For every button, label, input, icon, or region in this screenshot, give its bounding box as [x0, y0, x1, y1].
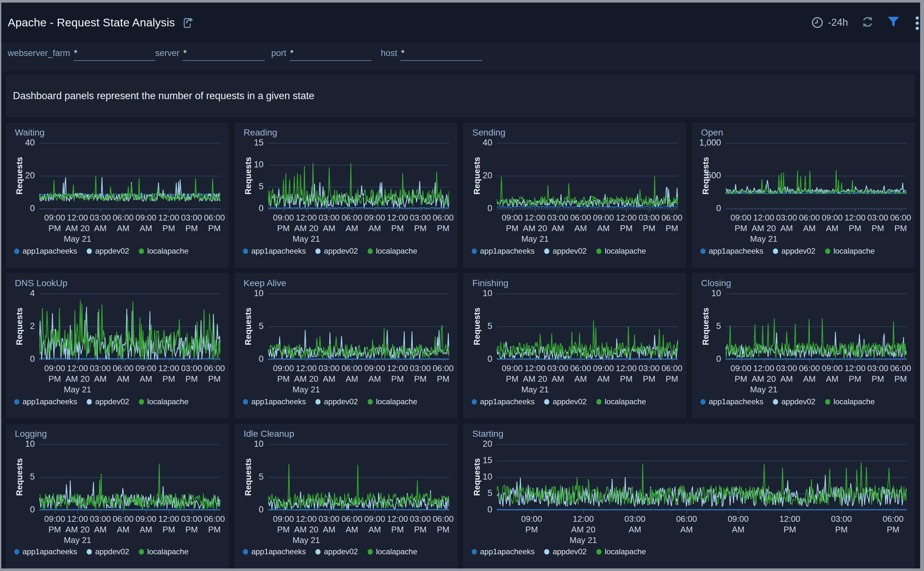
- legend-item-app1apacheeks[interactable]: app1apacheeks: [243, 397, 306, 406]
- legend-item-appdev02[interactable]: appdev02: [316, 547, 358, 556]
- chart-legend: app1apacheeksappdev02localapache: [700, 397, 875, 406]
- legend-item-app1apacheeks[interactable]: app1apacheeks: [243, 247, 306, 256]
- legend-item-appdev02[interactable]: appdev02: [316, 397, 358, 406]
- x-tick-label: 06:00PM: [649, 213, 686, 234]
- legend-item-app1apacheeks[interactable]: app1apacheeks: [243, 547, 306, 556]
- legend-item-appdev02[interactable]: appdev02: [87, 247, 129, 256]
- series-line-appdev02: [39, 307, 220, 359]
- legend-label: app1apacheeks: [480, 397, 534, 406]
- legend-item-app1apacheeks[interactable]: app1apacheeks: [472, 247, 534, 256]
- y-tick-label: 10: [237, 289, 263, 298]
- legend-item-localapache[interactable]: localapache: [139, 547, 189, 556]
- legend-dot: [368, 399, 373, 404]
- y-tick-label: 20: [466, 171, 492, 181]
- header-toolbar: -24h: [811, 15, 899, 30]
- legend-item-app1apacheeks[interactable]: app1apacheeks: [14, 397, 77, 406]
- panel-title: Starting: [472, 429, 503, 439]
- legend-item-app1apacheeks[interactable]: app1apacheeks: [14, 247, 77, 256]
- filter-label: port: [271, 48, 286, 61]
- legend-item-appdev02[interactable]: appdev02: [544, 247, 587, 256]
- x-tick-label: 06:00PM: [421, 514, 458, 535]
- filter-label: webserver_farm: [8, 48, 70, 61]
- legend-label: localapache: [376, 547, 417, 556]
- filter-input[interactable]: *: [289, 48, 371, 61]
- legend-dot: [825, 248, 830, 254]
- chart-plot[interactable]: [268, 292, 449, 361]
- legend-item-appdev02[interactable]: appdev02: [544, 547, 587, 556]
- chart-legend: app1apacheeksappdev02localapache: [472, 397, 646, 406]
- legend-item-appdev02[interactable]: appdev02: [87, 397, 129, 406]
- filter-input[interactable]: *: [183, 48, 265, 61]
- series-line-appdev02: [268, 330, 449, 358]
- legend-dot: [243, 399, 248, 404]
- filter-label: host: [381, 48, 397, 61]
- x-tick-label: 06:00PM: [192, 363, 229, 384]
- legend-item-localapache[interactable]: localapache: [596, 247, 646, 256]
- legend-item-app1apacheeks[interactable]: app1apacheeks: [14, 547, 77, 556]
- panel-title: Closing: [701, 278, 731, 289]
- chart-plot[interactable]: [726, 292, 907, 361]
- chart-plot[interactable]: [39, 292, 220, 361]
- legend-item-localapache[interactable]: localapache: [596, 397, 646, 406]
- y-tick-label: 5: [466, 321, 492, 331]
- y-tick-label: 0: [237, 204, 263, 213]
- legend-dot: [87, 399, 92, 404]
- legend-dot: [472, 549, 477, 555]
- series-line-appdev02: [726, 180, 907, 193]
- legend-label: localapache: [147, 547, 189, 556]
- legend-item-localapache[interactable]: localapache: [139, 247, 189, 256]
- legend-item-localapache[interactable]: localapache: [139, 397, 189, 406]
- legend-item-appdev02[interactable]: appdev02: [544, 397, 587, 406]
- legend-label: appdev02: [324, 247, 358, 256]
- chart-legend: app1apacheeksappdev02localapache: [243, 397, 417, 406]
- y-tick-label: 10: [466, 289, 492, 298]
- chart-plot[interactable]: [497, 292, 678, 361]
- chart-plot[interactable]: [497, 142, 678, 210]
- share-icon[interactable]: [182, 16, 193, 31]
- legend-item-appdev02[interactable]: appdev02: [316, 247, 358, 256]
- legend-item-app1apacheeks[interactable]: app1apacheeks: [700, 247, 763, 256]
- chart-legend: app1apacheeksappdev02localapache: [14, 247, 189, 256]
- legend-item-localapache[interactable]: localapache: [368, 397, 417, 406]
- legend-dot: [700, 399, 706, 404]
- chart-plot[interactable]: [39, 443, 220, 511]
- legend-dot: [544, 248, 549, 254]
- legend-item-localapache[interactable]: localapache: [596, 547, 646, 556]
- legend-item-appdev02[interactable]: appdev02: [773, 397, 815, 406]
- legend-item-localapache[interactable]: localapache: [825, 247, 875, 256]
- refresh-button[interactable]: [861, 15, 874, 30]
- legend-dot: [544, 399, 549, 404]
- chart-plot[interactable]: [497, 443, 907, 511]
- legend-item-appdev02[interactable]: appdev02: [773, 247, 815, 256]
- y-tick-label: 40: [8, 138, 35, 148]
- y-tick-label: 5: [237, 472, 263, 482]
- y-axis-label: Requests: [243, 137, 253, 215]
- legend-dot: [87, 248, 92, 254]
- chart-plot[interactable]: [268, 443, 449, 511]
- chart-legend: app1apacheeksappdev02localapache: [472, 247, 646, 256]
- legend-item-app1apacheeks[interactable]: app1apacheeks: [472, 547, 534, 556]
- legend-label: app1apacheeks: [480, 247, 534, 256]
- chart-plot[interactable]: [39, 142, 220, 210]
- legend-item-localapache[interactable]: localapache: [368, 547, 417, 556]
- legend-item-app1apacheeks[interactable]: app1apacheeks: [472, 397, 534, 406]
- legend-dot: [700, 248, 706, 254]
- legend-dot: [14, 399, 19, 404]
- legend-item-localapache[interactable]: localapache: [825, 397, 875, 406]
- filter-input[interactable]: *: [73, 48, 155, 61]
- x-tick-label: 06:00PM: [192, 514, 229, 535]
- filter-button[interactable]: [887, 16, 899, 29]
- chart-plot[interactable]: [726, 142, 907, 210]
- series-line-app1apacheeks: [268, 509, 449, 510]
- scrollbar[interactable]: [920, 0, 924, 571]
- legend-item-localapache[interactable]: localapache: [368, 247, 417, 256]
- clock-icon: [811, 16, 823, 29]
- chart-plot[interactable]: [268, 142, 449, 210]
- kebab-menu-icon[interactable]: [915, 16, 919, 32]
- legend-item-app1apacheeks[interactable]: app1apacheeks: [700, 397, 763, 406]
- time-range-button[interactable]: -24h: [811, 16, 848, 29]
- legend-item-appdev02[interactable]: appdev02: [87, 547, 129, 556]
- y-tick-label: 0: [237, 354, 263, 364]
- legend-label: localapache: [605, 247, 646, 256]
- filter-input[interactable]: *: [401, 48, 482, 61]
